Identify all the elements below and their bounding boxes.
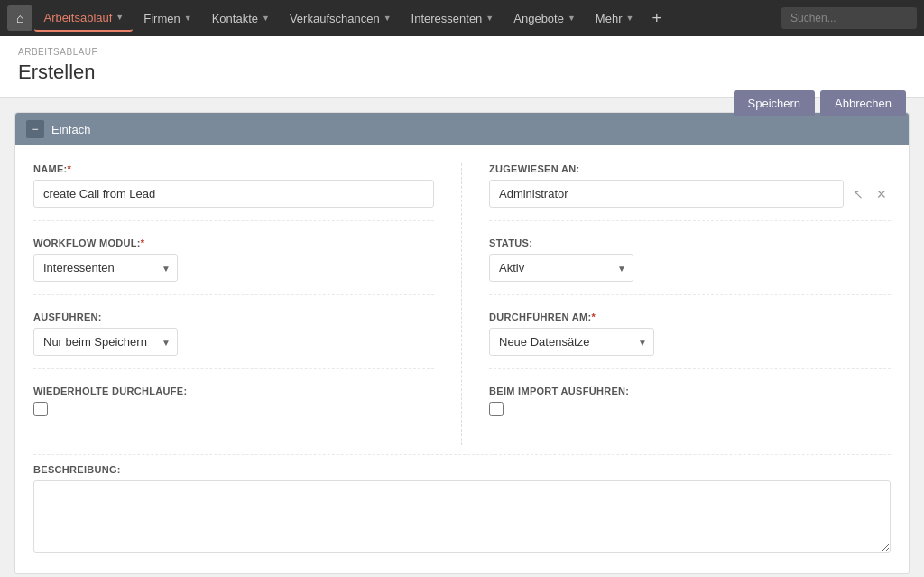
cancel-button[interactable]: Abbrechen [820, 90, 906, 116]
caret-icon-interessenten: ▼ [485, 14, 494, 23]
form-group-beim-import: BEIM IMPORT AUSFÜHREN: [489, 386, 891, 429]
beim-import-checkbox[interactable] [489, 402, 504, 416]
search-input[interactable] [781, 7, 917, 29]
form-group-name: NAME:* [33, 163, 434, 221]
form-grid: NAME:* WORKFLOW MODUL:* Interessenten Fi [33, 163, 891, 445]
page-header: ARBEITSABLAUF Erstellen Speichern Abbrec… [0, 36, 924, 98]
durchfuehren-select-wrapper: Neue Datensätze Bestehende Datensätze Al… [489, 328, 654, 356]
caret-icon-firmen: ▼ [184, 14, 192, 23]
name-label: NAME:* [33, 163, 434, 174]
cursor-icon-button[interactable]: ↖ [849, 183, 867, 205]
wiederholte-label: WIEDERHOLTE DURCHLÄUFE: [33, 386, 434, 396]
content: − Einfach NAME:* [0, 98, 924, 577]
breadcrumb: ARBEITSABLAUF [18, 47, 906, 57]
form-group-beschreibung: BESCHREIBUNG: [33, 454, 891, 555]
assigned-field: ↖ ✕ [489, 180, 891, 208]
form-group-workflow-module: WORKFLOW MODUL:* Interessenten Firmen Ko… [33, 237, 434, 295]
add-button[interactable]: + [644, 5, 669, 32]
status-select-wrapper: Aktiv Inaktiv ▼ [489, 254, 633, 282]
page-title: Erstellen [18, 60, 906, 84]
durchfuehren-select[interactable]: Neue Datensätze Bestehende Datensätze Al… [489, 328, 654, 356]
form-group-ausfuehren: AUSFÜHREN: Nur beim Speichern Immer Einm… [33, 312, 434, 369]
form-group-wiederholte: WIEDERHOLTE DURCHLÄUFE: [33, 386, 434, 429]
beim-import-label: BEIM IMPORT AUSFÜHREN: [489, 386, 891, 396]
form-group-durchfuehren: DURCHFÜHREN AM:* Neue Datensätze Bestehe… [489, 312, 891, 369]
panel-body: NAME:* WORKFLOW MODUL:* Interessenten Fi [15, 145, 909, 573]
workflow-module-label: WORKFLOW MODUL:* [33, 237, 434, 248]
ausfuehren-label: AUSFÜHREN: [33, 312, 434, 322]
status-label: STATUS: [489, 237, 891, 248]
ausfuehren-select[interactable]: Nur beim Speichern Immer Einmalig [33, 328, 178, 356]
panel-title: Einfach [51, 123, 90, 136]
caret-icon-verkaufschancen: ▼ [383, 14, 392, 23]
wiederholte-checkbox[interactable] [33, 402, 48, 416]
panel-toggle-button[interactable]: − [26, 120, 44, 138]
caret-icon-arbeitsablauf: ▼ [116, 13, 124, 22]
nav-item-interessenten[interactable]: Interessenten ▼ [402, 6, 504, 31]
wiederholte-checkbox-wrapper [33, 402, 434, 416]
assigned-input[interactable] [489, 180, 844, 208]
navbar: ⌂ Arbeitsablauf ▼ Firmen ▼ Kontakte ▼ Ve… [0, 0, 924, 36]
header-actions: Speichern Abbrechen [734, 90, 906, 116]
durchfuehren-label: DURCHFÜHREN AM:* [489, 312, 891, 322]
nav-item-angebote[interactable]: Angebote ▼ [504, 6, 585, 31]
ausfuehren-select-wrapper: Nur beim Speichern Immer Einmalig ▼ [33, 328, 178, 356]
form-group-status: STATUS: Aktiv Inaktiv ▼ [489, 237, 891, 295]
workflow-module-select[interactable]: Interessenten Firmen Kontakte Verkaufsch… [33, 254, 178, 282]
form-group-assigned: ZUGEWIESEN AN: ↖ ✕ [489, 163, 891, 221]
nav-item-mehr[interactable]: Mehr ▼ [587, 6, 643, 31]
caret-icon-mehr: ▼ [625, 14, 633, 23]
nav-label-angebote: Angebote [513, 12, 564, 25]
nav-label-kontakte: Kontakte [212, 12, 258, 25]
caret-icon-kontakte: ▼ [262, 14, 270, 23]
status-select[interactable]: Aktiv Inaktiv [489, 254, 633, 282]
nav-label-verkaufschancen: Verkaufschancen [290, 12, 380, 25]
nav-item-verkaufschancen[interactable]: Verkaufschancen ▼ [281, 6, 401, 31]
save-button[interactable]: Speichern [734, 90, 816, 116]
nav-item-kontakte[interactable]: Kontakte ▼ [203, 6, 279, 31]
workflow-module-select-wrapper: Interessenten Firmen Kontakte Verkaufsch… [33, 254, 178, 282]
nav-label-arbeitsablauf: Arbeitsablauf [43, 11, 112, 24]
nav-label-interessenten: Interessenten [411, 12, 483, 25]
nav-label-mehr: Mehr [596, 12, 623, 25]
beschreibung-textarea[interactable] [33, 480, 891, 553]
beim-import-checkbox-wrapper [489, 402, 891, 416]
form-col-right: ZUGEWIESEN AN: ↖ ✕ STATUS: Aktiv [462, 163, 891, 445]
name-input[interactable] [33, 180, 434, 208]
form-col-left: NAME:* WORKFLOW MODUL:* Interessenten Fi [33, 163, 462, 445]
nav-item-arbeitsablauf[interactable]: Arbeitsablauf ▼ [34, 5, 133, 32]
nav-label-firmen: Firmen [143, 12, 180, 25]
beschreibung-label: BESCHREIBUNG: [33, 464, 891, 475]
nav-item-firmen[interactable]: Firmen ▼ [134, 6, 200, 31]
assigned-label: ZUGEWIESEN AN: [489, 163, 891, 174]
caret-icon-angebote: ▼ [568, 14, 576, 23]
page-header-wrapper: ARBEITSABLAUF Erstellen Speichern Abbrec… [0, 36, 924, 98]
home-button[interactable]: ⌂ [7, 5, 32, 31]
panel-header: − Einfach [15, 113, 909, 145]
clear-assigned-button[interactable]: ✕ [873, 183, 891, 205]
form-panel: − Einfach NAME:* [14, 112, 910, 574]
